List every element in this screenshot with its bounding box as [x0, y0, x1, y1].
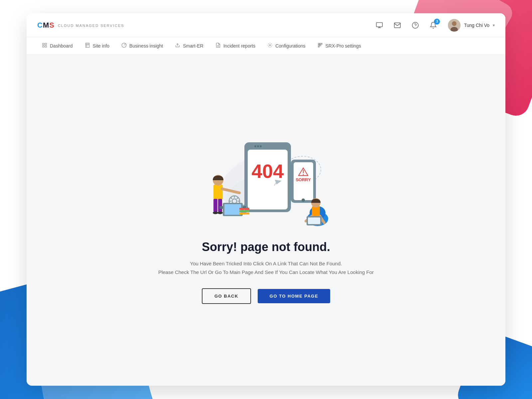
svg-rect-76 [239, 212, 249, 214]
building-icon [85, 43, 90, 49]
svg-rect-7 [43, 43, 44, 45]
main-content: 404 SORRY [27, 55, 505, 386]
svg-rect-0 [376, 22, 382, 27]
nav-label-configurations: Configurations [275, 43, 305, 49]
svg-rect-19 [318, 43, 319, 44]
user-name: Tung Chi Vo [464, 23, 489, 28]
nav-label-smart-er: Smart-ER [183, 43, 203, 49]
error-title: Sorry! page not found. [202, 240, 330, 254]
nav-item-business-insight[interactable]: Business insight [117, 41, 168, 51]
chart-icon [121, 43, 127, 49]
svg-rect-9 [43, 46, 44, 47]
nav-bar: Dashboard Site info Business insight [27, 37, 505, 55]
svg-rect-10 [45, 46, 47, 47]
svg-rect-74 [239, 208, 249, 210]
error-desc-line2: Please Check The Url Or Go To Main Page … [158, 269, 374, 275]
button-group: GO BACK GO TO HOME PAGE [202, 288, 330, 304]
avatar [448, 19, 461, 32]
svg-rect-21 [321, 43, 322, 44]
nav-item-site-info[interactable]: Site info [80, 41, 114, 51]
svg-point-68 [213, 211, 218, 214]
svg-point-5 [452, 21, 457, 26]
gear-icon [267, 43, 273, 49]
main-window: CMS CLOUD MANAGED SERVICES [27, 13, 505, 386]
svg-rect-20 [320, 43, 321, 44]
svg-text:404: 404 [252, 160, 284, 182]
header: CMS CLOUD MANAGED SERVICES [27, 13, 505, 37]
svg-rect-8 [45, 43, 47, 45]
doc-icon [215, 43, 221, 49]
chevron-down-icon: ▾ [493, 23, 495, 28]
nav-item-incident-reports[interactable]: Incident reports [211, 41, 260, 51]
svg-point-43 [302, 199, 305, 202]
svg-rect-24 [318, 46, 319, 47]
upload-icon [175, 43, 180, 49]
svg-rect-75 [239, 210, 249, 212]
screen-icon-button[interactable] [373, 19, 385, 31]
nav-label-business-insight: Business insight [129, 43, 163, 49]
svg-point-41 [303, 174, 304, 175]
svg-rect-23 [320, 45, 321, 46]
svg-point-18 [269, 45, 271, 46]
nav-item-dashboard[interactable]: Dashboard [37, 41, 77, 51]
svg-rect-84 [308, 217, 320, 224]
go-back-button[interactable]: GO BACK [202, 288, 251, 304]
go-home-button[interactable]: GO TO HOME PAGE [258, 289, 330, 303]
svg-rect-11 [85, 43, 89, 47]
nav-label-dashboard: Dashboard [50, 43, 73, 49]
header-icons: 3 Tung Chi Vo ▾ [373, 19, 495, 32]
notification-bell-button[interactable]: 3 [427, 19, 439, 31]
nav-label-site-info: Site info [93, 43, 110, 49]
grid-icon [42, 43, 47, 49]
notification-badge: 3 [434, 19, 440, 25]
logo-subtitle: CLOUD MANAGED SERVICES [58, 24, 124, 28]
error-illustration: 404 SORRY [193, 136, 339, 229]
help-icon-button[interactable] [409, 19, 421, 31]
nav-label-incident-reports: Incident reports [223, 43, 256, 49]
svg-point-30 [254, 145, 256, 147]
svg-text:SORRY: SORRY [296, 177, 311, 182]
svg-point-69 [217, 211, 223, 214]
error-desc-line1: You Have Been Tricked Into Click On A Li… [190, 261, 342, 266]
nav-item-srx-pro-settings[interactable]: SRX-Pro settings [313, 41, 366, 51]
grid2-icon [318, 43, 323, 49]
mail-icon-button[interactable] [391, 19, 403, 31]
user-area[interactable]: Tung Chi Vo ▾ [448, 19, 495, 32]
nav-label-srx-pro-settings: SRX-Pro settings [326, 43, 361, 49]
error-description: You Have Been Tricked Into Click On A Li… [158, 259, 374, 276]
svg-point-31 [257, 145, 259, 147]
svg-rect-22 [318, 45, 319, 46]
svg-rect-66 [213, 199, 217, 212]
svg-point-2 [412, 22, 418, 28]
svg-rect-67 [218, 199, 222, 212]
svg-rect-73 [224, 204, 241, 215]
logo-area: CMS CLOUD MANAGED SERVICES [37, 21, 124, 30]
nav-item-configurations[interactable]: Configurations [263, 41, 310, 51]
svg-point-32 [260, 145, 262, 147]
logo-text: CMS [37, 21, 55, 30]
nav-item-smart-er[interactable]: Smart-ER [170, 41, 208, 51]
svg-rect-64 [213, 185, 223, 200]
